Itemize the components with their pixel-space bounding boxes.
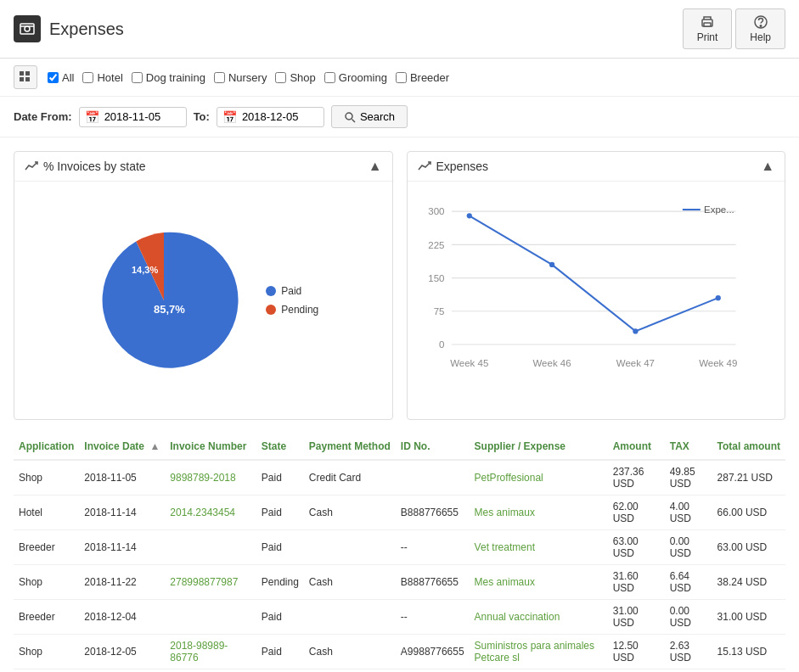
from-label: Date From: [14, 110, 72, 123]
supplier-link[interactable]: Annual vaccination [475, 611, 560, 623]
invoice-link[interactable]: 278998877987 [170, 576, 238, 588]
col-state[interactable]: State [256, 434, 304, 460]
col-payment-method[interactable]: Payment Method [304, 434, 396, 460]
table-row: Breeder 2018-12-04 Paid -- Annual vaccin… [14, 600, 785, 635]
svg-text:0: 0 [439, 339, 444, 350]
svg-point-33 [715, 295, 720, 300]
help-button[interactable]: Help [735, 8, 785, 49]
paid-label: Paid [281, 285, 301, 297]
col-tax[interactable]: TAX [665, 434, 712, 460]
col-invoice-number[interactable]: Invoice Number [165, 434, 256, 460]
cell-supplier[interactable]: Mes animaux [470, 496, 608, 530]
table-wrap: Application Invoice Date ▲ Invoice Numbe… [0, 434, 799, 672]
date-from-input-wrap[interactable]: 📅 [79, 107, 187, 127]
pie-chart-title: % Invoices by state [43, 160, 146, 173]
cell-invoice-date: 2018-11-14 [79, 530, 165, 565]
col-total[interactable]: Total amount [712, 434, 785, 460]
filter-dog-training[interactable]: Dog training [132, 71, 205, 84]
header-buttons: Print Help [683, 8, 785, 49]
cell-total: 63.00 USD [712, 530, 785, 565]
expenses-icon [14, 15, 41, 42]
charts-area: % Invoices by state ▲ 85,7% 14,3% [0, 137, 799, 434]
dog-training-checkbox[interactable] [132, 72, 143, 83]
sort-arrow: ▲ [149, 440, 160, 452]
pie-chart-collapse[interactable]: ▲ [369, 159, 382, 174]
date-to-input[interactable] [242, 110, 318, 123]
line-chart-title: Expenses [436, 160, 488, 173]
cell-tax: 6.64 USD [665, 565, 712, 600]
paid-dot [266, 286, 276, 296]
supplier-link[interactable]: Vet treatment [475, 541, 535, 553]
pie-chart-body: 85,7% 14,3% Paid Pending [14, 182, 392, 419]
cell-supplier[interactable]: Annual vaccination [470, 600, 608, 635]
date-from-input[interactable] [104, 110, 181, 123]
cell-id-no: B888776655 [396, 565, 470, 600]
cell-supplier[interactable]: Suministros para animales Petcare sl [470, 635, 608, 669]
grooming-checkbox[interactable] [324, 72, 335, 83]
nursery-checkbox[interactable] [214, 72, 225, 83]
svg-point-7 [760, 25, 762, 27]
svg-text:300: 300 [428, 206, 444, 216]
cell-payment-method: Cash [304, 496, 396, 530]
search-label: Search [360, 110, 395, 123]
table-row: Breeder 2018-11-14 Paid -- Vet treatment… [14, 530, 785, 565]
svg-point-1 [25, 26, 30, 31]
all-checkbox[interactable] [48, 72, 59, 83]
shop-checkbox[interactable] [275, 72, 286, 83]
svg-rect-8 [20, 71, 24, 76]
svg-point-31 [549, 262, 554, 267]
col-invoice-date[interactable]: Invoice Date ▲ [79, 434, 165, 460]
col-id-no[interactable]: ID No. [396, 434, 470, 460]
cell-state: Paid [256, 460, 304, 496]
cell-id-no: -- [396, 600, 470, 635]
filter-breeder[interactable]: Breeder [396, 71, 449, 84]
cell-state: Paid [256, 530, 304, 565]
cell-invoice-number[interactable]: 278998877987 [165, 565, 256, 600]
breeder-checkbox[interactable] [396, 72, 407, 83]
invoice-link[interactable]: 2014.2343454 [170, 507, 235, 518]
supplier-link[interactable]: Mes animaux [475, 576, 535, 588]
search-button[interactable]: Search [331, 105, 408, 128]
svg-text:Expe...: Expe... [703, 204, 734, 215]
cell-tax: 2.63 USD [665, 635, 712, 669]
cell-id-no: A9988776655 [396, 635, 470, 669]
invoice-link[interactable]: 2018-98989-86776 [170, 640, 228, 664]
table-header-row: Application Invoice Date ▲ Invoice Numbe… [14, 434, 785, 460]
cell-invoice-number[interactable]: 9898789-2018 [165, 460, 256, 496]
supplier-link[interactable]: PetProffesional [475, 472, 543, 484]
cell-state: Paid [256, 635, 304, 669]
supplier-link[interactable]: Suministros para animales Petcare sl [475, 640, 594, 664]
print-button[interactable]: Print [683, 8, 733, 49]
cell-invoice-number[interactable]: 2018-98989-86776 [165, 635, 256, 669]
date-to-input-wrap[interactable]: 📅 [217, 107, 324, 127]
cell-supplier[interactable]: Vet treatment [470, 530, 608, 565]
cell-tax: 4.00 USD [665, 496, 712, 530]
cell-supplier[interactable]: PetProffesional [470, 460, 608, 496]
svg-rect-11 [25, 77, 30, 81]
cell-tax: 0.00 USD [665, 530, 712, 565]
col-supplier[interactable]: Supplier / Expense [470, 434, 608, 460]
grid-view-button[interactable] [14, 65, 37, 89]
filter-shop[interactable]: Shop [275, 71, 315, 84]
hotel-checkbox[interactable] [82, 72, 93, 83]
filter-hotel[interactable]: Hotel [82, 71, 122, 84]
supplier-link[interactable]: Mes animaux [475, 507, 535, 518]
page-title: Expenses [49, 20, 124, 39]
cell-supplier[interactable]: Mes animaux [470, 565, 608, 600]
col-amount[interactable]: Amount [608, 434, 665, 460]
table-row: Hotel 2018-11-14 2014.2343454 Paid Cash … [14, 496, 785, 530]
invoice-link[interactable]: 9898789-2018 [170, 472, 235, 484]
line-chart-collapse[interactable]: ▲ [761, 159, 774, 174]
cell-amount: 31.60 USD [608, 565, 665, 600]
cell-invoice-number[interactable]: 2014.2343454 [165, 496, 256, 530]
cell-total: 38.24 USD [712, 565, 785, 600]
cell-payment-method: Credit Card [304, 460, 396, 496]
filter-all[interactable]: All [48, 71, 74, 84]
svg-text:150: 150 [428, 273, 444, 283]
filter-grooming[interactable]: Grooming [324, 71, 387, 84]
shop-label: Shop [290, 71, 315, 84]
filter-nursery[interactable]: Nursery [214, 71, 267, 84]
cell-invoice-date: 2018-11-22 [79, 565, 165, 600]
col-application[interactable]: Application [14, 434, 79, 460]
trend-icon-pie [25, 160, 38, 173]
